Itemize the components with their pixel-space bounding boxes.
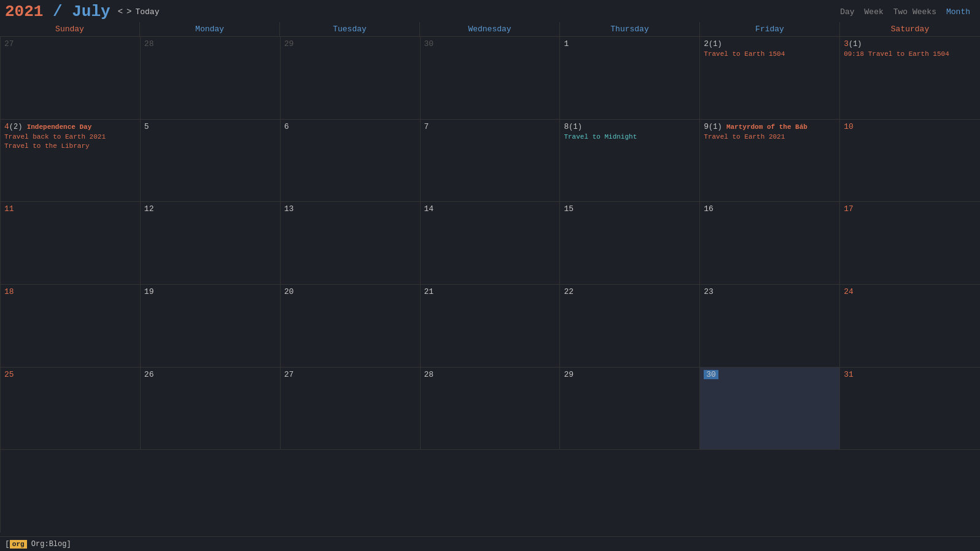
day-number: 3 [844,39,849,48]
year-text: 2021 [5,2,43,21]
day-number: 16 [704,204,714,214]
day-number: 30 [424,39,434,48]
cal-day-jul27[interactable]: 27 [281,368,421,450]
cal-day-jun30[interactable]: 30 [421,37,561,120]
footer-bracket-open: [ [5,539,10,549]
event-count: (1) [709,40,722,48]
cal-day-jul29[interactable]: 29 [560,368,700,450]
day-number: 14 [424,204,434,214]
header-tuesday: Tuesday [280,22,420,36]
day-number: 4 [4,122,9,131]
today-button[interactable]: Today [135,7,159,17]
day-number: 18 [4,287,14,296]
cal-day-jul24[interactable]: 24 [840,285,980,368]
header-saturday: Saturday [840,22,980,36]
day-number: 23 [704,287,714,296]
day-number: 27 [284,370,294,379]
cal-day-jul21[interactable]: 21 [421,285,561,368]
calendar-grid: 27 28 29 30 1 2 (1) Travel to Earth 1504… [0,37,980,533]
cal-day-jul3[interactable]: 3 (1) 09:18 Travel to Earth 1504 [840,37,980,120]
event-travel-earth-2021[interactable]: Travel to Earth 2021 [704,133,836,142]
event-count: (1) [569,123,582,131]
header-thursday: Thursday [560,22,700,36]
day-number: 17 [844,204,854,214]
day-number: 25 [4,370,14,379]
next-button[interactable]: > [126,7,131,17]
day-number-today: 30 [704,370,718,379]
cal-day-jul10[interactable]: 10 [840,120,980,202]
footer-label: Org:Blog] [27,540,71,549]
cal-day-jul5[interactable]: 5 [141,120,281,202]
cal-day-jul26[interactable]: 26 [141,368,281,450]
footer-tag[interactable]: org [10,540,27,549]
view-week[interactable]: Week [865,7,884,17]
day-number: 10 [844,122,854,131]
day-number: 20 [284,287,294,296]
cal-day-jul1[interactable]: 1 [560,37,700,120]
day-number: 27 [4,39,14,48]
day-number: 6 [284,122,289,131]
day-number: 13 [284,204,294,214]
event-count: (1) [849,40,862,48]
day-number: 12 [144,204,154,214]
cal-day-jun28[interactable]: 28 [141,37,281,120]
cal-day-jul6[interactable]: 6 [281,120,421,202]
view-day[interactable]: Day [840,7,854,17]
cal-day-jul9[interactable]: 9 (1) Martyrdom of the Báb Travel to Ear… [700,120,840,202]
cal-day-jul20[interactable]: 20 [281,285,421,368]
day-number: 26 [144,370,154,379]
cal-day-jul4[interactable]: 4 (2) Independence Day Travel back to Ea… [1,120,141,202]
cal-day-jul25[interactable]: 25 [1,368,141,450]
event-travel-earth-1504-sat[interactable]: 09:18 Travel to Earth 1504 [844,50,976,59]
cal-day-jun29[interactable]: 29 [281,37,421,120]
cal-day-jul8[interactable]: 8 (1) Travel to Midnight [560,120,700,202]
day-number: 28 [424,370,434,379]
cal-day-jul28[interactable]: 28 [421,368,561,450]
cal-day-jul14[interactable]: 14 [421,202,561,285]
cal-day-jul31[interactable]: 31 [840,368,980,450]
prev-button[interactable]: < [118,7,123,17]
month-text: July [72,2,110,21]
header-friday: Friday [700,22,840,36]
holiday-label-bab: Martyrdom of the Báb [726,123,807,131]
cal-day-jul13[interactable]: 13 [281,202,421,285]
event-travel-library[interactable]: Travel to the Library [4,142,136,151]
holiday-label: Independence Day [27,123,92,131]
cal-day-jul7[interactable]: 7 [421,120,561,202]
event-travel-midnight[interactable]: Travel to Midnight [564,133,696,142]
day-number: 11 [4,204,14,214]
footer: [org Org:Blog] [0,536,980,551]
view-two-weeks[interactable]: Two Weeks [893,7,936,17]
day-number: 31 [844,370,854,379]
event-count: (2) [9,123,27,131]
day-number: 29 [284,39,294,48]
cal-day-jun27[interactable]: 27 [1,37,141,120]
day-number: 21 [424,287,434,296]
cal-day-jul18[interactable]: 18 [1,285,141,368]
cal-day-jul23[interactable]: 23 [700,285,840,368]
event-travel-back-2021[interactable]: Travel back to Earth 2021 [4,133,136,142]
cal-day-jul2[interactable]: 2 (1) Travel to Earth 1504 [700,37,840,120]
day-number: 9 [704,122,709,131]
day-number: 29 [564,370,574,379]
cal-day-jul15[interactable]: 15 [560,202,700,285]
header-wednesday: Wednesday [420,22,560,36]
cal-day-jul17[interactable]: 17 [840,202,980,285]
day-number: 5 [144,122,149,131]
cal-day-jul16[interactable]: 16 [700,202,840,285]
nav-buttons: < > Today [118,7,160,17]
day-number: 19 [144,287,154,296]
day-number: 2 [704,39,709,48]
cal-day-jul19[interactable]: 19 [141,285,281,368]
view-month[interactable]: Month [946,7,970,17]
cal-day-jul22[interactable]: 22 [560,285,700,368]
header-monday: Monday [140,22,280,36]
cal-day-jul12[interactable]: 12 [141,202,281,285]
cal-day-jul30-today[interactable]: 30 [700,368,840,450]
day-number: 1 [564,39,569,48]
day-number: 15 [564,204,574,214]
event-travel-earth-1504-fri[interactable]: Travel to Earth 1504 [704,50,836,59]
cal-day-jul11[interactable]: 11 [1,202,141,285]
day-number: 28 [144,39,154,48]
view-switcher: Day Week Two Weeks Month [840,7,975,17]
